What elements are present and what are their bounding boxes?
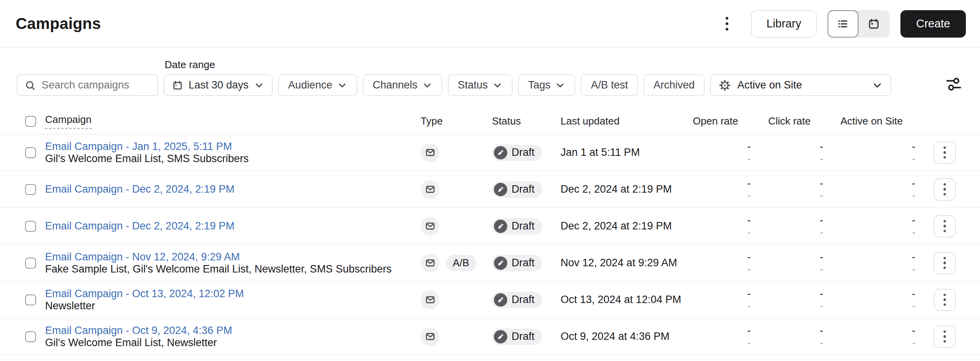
row-checkbox[interactable] [25,294,36,305]
click-rate-value: - [751,325,823,337]
column-header-last-updated: Last updated [561,115,682,127]
campaign-audiences: Fake Sample List, Gil's Welcome Email Li… [45,263,421,275]
kebab-dot [726,22,728,25]
open-rate-secondary: - [682,226,751,238]
envelope-icon [425,221,436,231]
campaign-link[interactable]: Email Campaign - Oct 13, 2024, 12:02 PM [45,288,244,300]
table-row: Email Campaign - Oct 13, 2024, 12:02 PM … [0,282,980,318]
calendar-icon [172,80,183,91]
row-actions-button[interactable] [934,142,956,164]
row-checkbox[interactable] [25,331,36,342]
active-on-site-secondary: - [823,190,915,202]
open-rate-value: - [682,141,751,153]
email-type-badge [421,180,439,199]
row-checkbox[interactable] [25,184,36,195]
open-rate-secondary: - [682,337,751,349]
row-actions-button[interactable] [934,252,956,274]
active-on-site-dropdown[interactable]: Active on Site [710,74,891,96]
date-range-dropdown[interactable]: Last 30 days [164,74,272,96]
column-header-active-on-site: Active on Site [823,115,915,127]
status-badge: Draft [492,255,542,271]
search-icon [24,79,36,91]
active-on-site-value: - [823,214,915,226]
campaign-link[interactable]: Email Campaign - Dec 2, 2024, 2:19 PM [45,220,234,232]
status-filter[interactable]: Status [448,74,513,96]
search-field[interactable] [17,74,158,96]
library-button[interactable]: Library [751,10,817,38]
draft-pencil-icon [494,293,507,307]
column-header-open-rate: Open rate [682,115,751,127]
status-badge: Draft [492,329,542,345]
last-updated: Oct 9, 2024 at 4:36 PM [561,330,682,343]
channels-filter[interactable]: Channels [363,74,442,96]
calendar-icon [867,18,880,30]
campaign-link[interactable]: Email Campaign - Nov 12, 2024, 9:29 AM [45,251,240,263]
tags-filter[interactable]: Tags [518,74,575,96]
campaign-audiences: Newsletter [45,300,421,312]
click-rate-value: - [751,177,823,190]
kebab-dot [726,28,728,31]
chevron-down-icon [492,80,503,90]
sliders-icon [945,76,962,93]
envelope-icon [425,258,436,268]
overflow-menu-button[interactable] [720,13,734,34]
draft-pencil-icon [494,183,507,196]
ab-test-badge: A/B [446,255,476,271]
campaign-link[interactable]: Email Campaign - Oct 9, 2024, 4:36 PM [45,325,232,337]
search-input[interactable] [42,79,151,91]
column-settings-button[interactable] [945,76,962,93]
status-label: Draft [512,294,535,306]
row-checkbox[interactable] [25,221,36,232]
column-header-campaign[interactable]: Campaign [45,114,92,129]
list-view-toggle[interactable] [828,10,858,38]
table-header: Campaign Type Status Last updated Open r… [0,108,980,134]
open-rate-value: - [682,177,751,190]
status-badge: Draft [492,144,542,161]
chevron-down-icon [337,80,347,90]
email-type-badge [421,217,439,236]
row-actions-button[interactable] [934,179,956,200]
click-rate-secondary: - [751,190,823,202]
ab-test-filter-label: A/B test [591,79,628,91]
campaign-audiences: Gil's Welcome Email List, SMS Subscriber… [45,153,421,165]
active-on-site-secondary: - [823,337,915,349]
audience-filter-label: Audience [288,79,332,91]
envelope-icon [425,331,436,342]
gear-icon [719,79,731,92]
row-actions-button[interactable] [934,289,956,311]
row-checkbox[interactable] [25,258,36,269]
row-actions-button[interactable] [934,215,956,237]
envelope-icon [425,294,436,305]
calendar-view-toggle[interactable] [858,10,889,38]
campaign-audiences: Gil's Welcome Email List, Newsletter [45,337,421,349]
audience-filter[interactable]: Audience [278,74,357,96]
last-updated: Oct 13, 2024 at 12:04 PM [561,294,682,306]
active-on-site-secondary: - [823,300,915,312]
envelope-icon [425,147,436,158]
open-rate-secondary: - [682,263,751,275]
create-button[interactable]: Create [900,10,966,38]
email-type-badge [421,254,439,273]
campaign-link[interactable]: Email Campaign - Jan 1, 2025, 5:11 PM [45,141,232,153]
ab-test-filter[interactable]: A/B test [581,74,638,96]
channels-filter-label: Channels [373,79,417,91]
active-on-site-value: - [823,288,915,300]
row-checkbox[interactable] [25,147,36,158]
open-rate-secondary: - [682,190,751,202]
view-toggle [828,10,889,38]
row-actions-button[interactable] [934,326,956,348]
archived-filter[interactable]: Archived [644,74,704,96]
last-updated: Dec 2, 2024 at 2:19 PM [561,220,682,232]
last-updated: Dec 2, 2024 at 2:19 PM [561,183,682,195]
column-header-status: Status [492,115,561,127]
page-title: Campaigns [16,15,101,32]
active-on-site-value: - [823,141,915,153]
table-row: Email Campaign - Dec 2, 2024, 2:19 PM Dr… [0,208,980,245]
tags-filter-label: Tags [528,79,550,91]
status-label: Draft [512,257,535,269]
campaign-link[interactable]: Email Campaign - Dec 2, 2024, 2:19 PM [45,183,234,195]
last-updated: Nov 12, 2024 at 9:29 AM [561,257,682,269]
filter-bar: Date range Last 30 days Audience Channel… [0,59,980,96]
select-all-checkbox[interactable] [25,116,36,127]
date-range-group: Date range Last 30 days [164,59,272,96]
